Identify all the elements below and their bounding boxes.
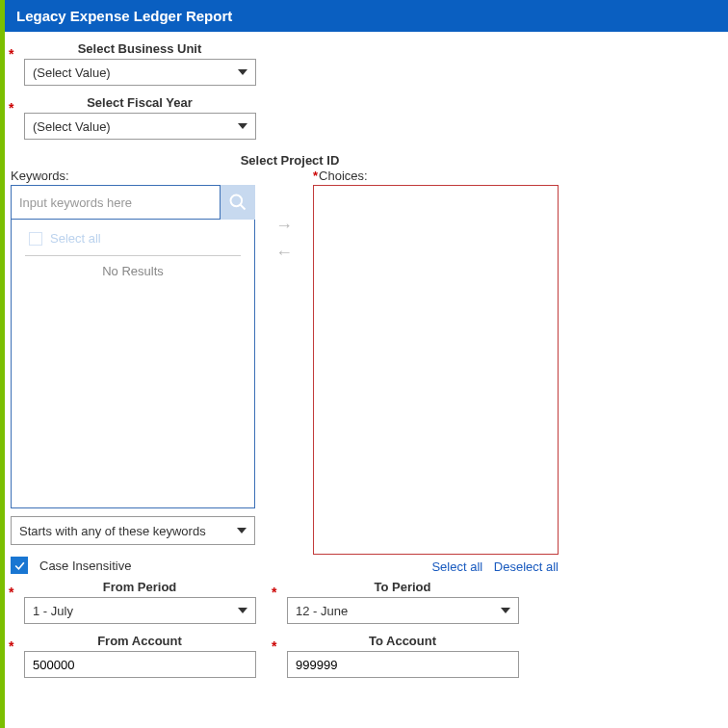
required-marker: * [9,638,13,654]
chevron-down-icon [238,608,247,613]
chevron-down-icon [238,123,247,129]
chevron-down-icon [237,528,247,533]
required-marker: * [272,638,276,654]
required-marker: * [272,585,276,600]
keywords-label: Keywords: [11,169,255,183]
to-account-label: To Account [287,634,518,648]
case-insensitive-label: Case Insensitive [39,559,131,573]
case-insensitive-checkbox[interactable] [11,557,28,574]
choices-select-all-link[interactable]: Select all [431,559,482,574]
svg-line-1 [241,205,246,210]
fiscal-year-select[interactable]: (Select Value) [24,113,256,140]
required-marker: * [9,585,13,600]
fiscal-year-label: Select Fiscal Year [24,95,255,110]
move-right-button[interactable]: → [275,217,293,234]
results-select-all-label: Select all [50,231,101,246]
project-id-label: Select Project ID [11,153,569,168]
page-title: Legacy Expense Ledger Report [5,0,728,32]
checkbox-icon [29,232,42,246]
results-select-all[interactable]: Select all [25,229,241,256]
from-period-select[interactable]: 1 - July [24,597,256,624]
no-results-text: No Results [21,264,245,278]
required-marker: * [313,169,318,183]
move-left-button[interactable]: ← [275,244,293,261]
chevron-down-icon [501,608,510,613]
choices-label: Choices: [319,169,368,183]
from-period-value: 1 - July [33,604,73,618]
chevron-down-icon [238,69,247,75]
search-button[interactable] [221,185,255,220]
to-period-value: 12 - June [296,604,348,618]
to-account-input[interactable] [287,651,519,678]
choices-deselect-all-link[interactable]: Deselect all [494,559,559,574]
from-account-input[interactable] [24,651,256,678]
from-period-label: From Period [24,580,255,594]
match-mode-select[interactable]: Starts with any of these keywords [11,516,255,545]
keywords-results-list: Select all No Results [11,220,255,508]
to-period-label: To Period [287,580,518,594]
business-unit-value: (Select Value) [33,65,111,80]
required-marker: * [9,100,13,116]
fiscal-year-value: (Select Value) [33,119,111,134]
choices-list[interactable] [313,185,559,555]
business-unit-label: Select Business Unit [24,41,255,56]
svg-point-0 [231,195,243,207]
to-period-select[interactable]: 12 - June [287,597,519,624]
from-account-label: From Account [24,634,255,648]
keywords-input[interactable] [11,185,221,220]
search-icon [228,193,247,212]
match-mode-value: Starts with any of these keywords [19,524,206,538]
check-icon [13,559,26,572]
business-unit-select[interactable]: (Select Value) [24,59,256,86]
required-marker: * [9,46,13,62]
